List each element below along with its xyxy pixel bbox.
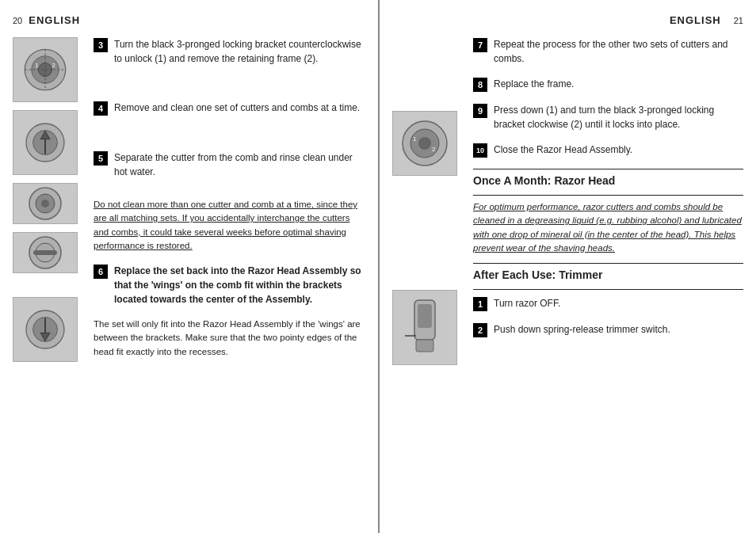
- after-step-2-text: Push down spring-release trimmer switch.: [494, 322, 670, 337]
- step-3-num: 3: [94, 38, 108, 52]
- step-10-text: Close the Razor Head Assembly.: [494, 143, 632, 157]
- trimmer-illustration: [397, 292, 452, 364]
- step-5-item: 5 Separate the cutter from the comb and …: [94, 150, 365, 179]
- step-3-item: 3 Turn the black 3-pronged locking brack…: [94, 37, 365, 66]
- svg-rect-28: [416, 340, 433, 352]
- step3-image: 1 2: [13, 37, 78, 102]
- step-5-text: Separate the cutter from the comb and ri…: [114, 150, 365, 179]
- step3-illustration: 1 2: [21, 46, 69, 93]
- step6-image: [13, 297, 78, 362]
- after-step-1-item: 1 Turn razor OFF.: [473, 296, 743, 311]
- section1-title: Once A Month: Razor Head: [473, 174, 743, 187]
- step5-image-top: [13, 183, 78, 224]
- step-10-num: 10: [473, 143, 487, 158]
- section2-divider: [473, 263, 743, 264]
- step9-illustration: 1 2: [397, 116, 452, 171]
- left-page-num: 20: [13, 16, 22, 25]
- svg-text:2: 2: [52, 62, 55, 69]
- step-9-text: Press down (1) and turn the black 3-pron…: [494, 103, 743, 131]
- svg-rect-16: [33, 250, 57, 255]
- step6-illustration: [21, 306, 69, 353]
- right-content: 1 2: [392, 37, 743, 519]
- step-4-text: Remove and clean one set of cutters and …: [114, 101, 360, 115]
- step5-image-bottom: [13, 232, 78, 273]
- left-lang: ENGLISH: [29, 14, 80, 26]
- step-8-item: 8 Replace the frame.: [473, 77, 743, 92]
- left-content-area: 1 2: [13, 37, 365, 519]
- section1-note: For optimum performance, razor cutters a…: [473, 200, 743, 255]
- step-4-num: 4: [94, 101, 108, 116]
- step4-illustration: [21, 119, 69, 166]
- right-steps-col: 7 Repeat the process for the other two s…: [473, 37, 743, 519]
- left-header: 20 ENGLISH: [13, 14, 365, 26]
- page: 20 ENGLISH 1 2: [0, 0, 756, 533]
- svg-point-13: [41, 200, 49, 207]
- step-7-text: Repeat the process for the other two set…: [494, 37, 743, 66]
- after-step-1-text: Turn razor OFF.: [494, 296, 560, 310]
- step-3-text: Turn the black 3-pronged locking bracket…: [114, 37, 365, 66]
- after-step-2-item: 2 Push down spring-release trimmer switc…: [473, 322, 743, 337]
- step-6-text-bold: Replace the set back into the Razor Head…: [114, 264, 365, 306]
- step-4-item: 4 Remove and clean one set of cutters an…: [94, 101, 365, 116]
- section1-divider2: [473, 195, 743, 196]
- left-page: 20 ENGLISH 1 2: [0, 0, 378, 533]
- step-8-num: 8: [473, 78, 487, 92]
- step4-image: [13, 110, 78, 175]
- step-9-num: 9: [473, 104, 487, 118]
- svg-rect-27: [418, 304, 432, 328]
- right-lang: ENGLISH: [670, 14, 721, 26]
- right-img-spacer: [392, 37, 464, 105]
- step-6-normal-text: The set will only fit into the Razor Hea…: [94, 318, 365, 359]
- right-header: ENGLISH 21: [392, 14, 743, 26]
- svg-point-23: [418, 137, 431, 150]
- step-5-num: 5: [94, 151, 108, 166]
- left-note: Do not clean more than one cutter and co…: [94, 198, 365, 253]
- section2-divider2: [473, 289, 743, 290]
- after-step-1-num: 1: [473, 297, 487, 311]
- step-10-item: 10 Close the Razor Head Assembly.: [473, 143, 743, 158]
- left-steps-col: 3 Turn the black 3-pronged locking brack…: [94, 37, 365, 519]
- after-step-2-num: 2: [473, 323, 487, 337]
- section1-divider: [473, 169, 743, 169]
- svg-text:1: 1: [413, 135, 417, 143]
- step-6-item: 6 Replace the set back into the Razor He…: [94, 264, 365, 306]
- step-8-text: Replace the frame.: [494, 77, 574, 91]
- step-9-item: 9 Press down (1) and turn the black 3-pr…: [473, 103, 743, 131]
- left-images-col: 1 2: [13, 37, 84, 519]
- right-img-spacer2: [392, 188, 464, 284]
- svg-text:1: 1: [35, 62, 38, 69]
- step-6-num: 6: [94, 265, 108, 279]
- step5-illustration-top: [17, 184, 73, 223]
- trimmer-image: [392, 290, 457, 365]
- step9-image: 1 2: [392, 111, 457, 176]
- step-7-item: 7 Repeat the process for the other two s…: [473, 37, 743, 66]
- right-page-num: 21: [734, 16, 743, 25]
- step5-illustration-bottom: [17, 233, 73, 272]
- right-images-col: 1 2: [392, 37, 464, 519]
- right-page: ENGLISH 21 1 2: [378, 0, 756, 533]
- section2-title: After Each Use: Trimmer: [473, 268, 743, 281]
- step-7-num: 7: [473, 38, 487, 52]
- svg-text:2: 2: [432, 146, 436, 153]
